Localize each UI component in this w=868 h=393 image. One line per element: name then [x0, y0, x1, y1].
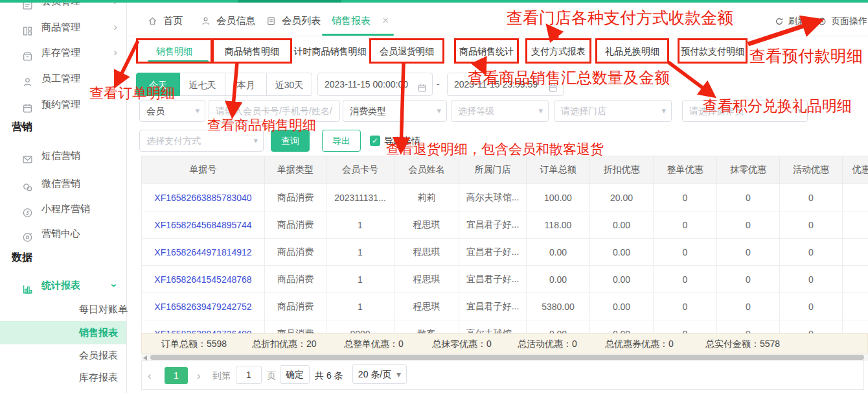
annotation-box-gift-exchange-detail [595, 38, 669, 64]
clock-icon [817, 14, 827, 31]
cell-activity-discount: 0 [780, 293, 843, 320]
cell-member-name: 程思琪 [394, 211, 459, 239]
horizontal-scrollbar-thumb[interactable] [150, 355, 864, 360]
cell-member-card: 0000 [326, 320, 394, 334]
chevron-down-icon: ▾ [396, 369, 401, 379]
quick-range-1[interactable]: 近七天 [180, 73, 225, 96]
cell-order-no[interactable]: XF16582639479242752 [142, 293, 265, 320]
sidebar-item-inventory-management[interactable]: 库存管理› [0, 41, 126, 64]
sidebar-item-sms-marketing[interactable]: 短信营销 [0, 144, 126, 167]
goods-icon [22, 22, 33, 33]
total-count-label: 共 6 条 [315, 366, 343, 385]
confirm-page-button[interactable]: 确定 [280, 365, 310, 384]
tabbar-divider [126, 36, 868, 36]
sidebar-item-label: 库存管理 [41, 41, 80, 64]
sidebar-item-label: 统计报表 [41, 274, 80, 297]
table-row: XF16582645684895744商品消费1程思琪宜昌君子好...118.0… [142, 211, 868, 239]
cell-rounding-discount: 0 [717, 320, 780, 334]
refresh-label: 刷新 [788, 16, 806, 26]
tab-label: 首页 [163, 15, 183, 26]
cell-order-no[interactable]: XF16582638042726400 [142, 320, 265, 334]
top-green-strip-dark [238, 0, 341, 3]
date-from-value: 2023-11-15 00:00:00 [325, 79, 408, 89]
cell-order-type: 商品消费 [265, 239, 326, 266]
store-placeholder: 请选择门店 [561, 106, 606, 116]
summary-item-3: 总抹零优惠：0 [432, 334, 492, 353]
top-green-strip [0, 0, 868, 3]
payment-placeholder: 选择支付方式 [146, 136, 201, 146]
prev-page-button[interactable]: ‹ [148, 367, 152, 385]
annotation-text-gift-exchange: 查看积分兑换礼品明细 [703, 97, 852, 114]
cell-whole-order-discount: 0 [654, 320, 717, 334]
export-detail-checkbox[interactable]: ✓ [370, 136, 380, 146]
page-size-select[interactable]: 20 条/页 ▾ [352, 364, 407, 384]
sidebar-item-goods-management[interactable]: 商品管理› [0, 16, 126, 39]
chevron-down-icon: › [102, 283, 126, 287]
page-ops-label: 页面操作 [831, 16, 867, 26]
subtab-timed-goods-sales-detail[interactable]: 计时商品销售明细 [293, 40, 367, 62]
cell-discount: 0.00 [590, 211, 654, 239]
cell-order-no[interactable]: XF16582663885783040 [142, 184, 265, 211]
cell-member-card: 1 [326, 211, 394, 239]
cell-discount: 0.00 [590, 293, 654, 320]
cell-order-no[interactable]: XF16582644971814912 [142, 239, 265, 266]
column-header-store: 所属门店 [459, 156, 527, 184]
chevron-down-icon: ▾ [538, 101, 543, 121]
close-icon[interactable]: × [382, 14, 389, 27]
cell-store: 高尔夫球馆... [459, 320, 527, 334]
cell-member-card: 1 [326, 293, 394, 320]
cell-order-type: 商品消费 [265, 184, 326, 211]
annotation-box-goods-sales-stats [454, 38, 519, 64]
tab-home[interactable]: 首页 [148, 12, 183, 30]
sidebar-item-label: 预约管理 [41, 93, 80, 116]
person-icon [201, 14, 211, 32]
level-select[interactable]: 选择等级 ▾ [451, 100, 549, 122]
tab-member-list[interactable]: 会员列表 [266, 12, 321, 30]
sidebar-item-label: 短信营销 [41, 144, 80, 167]
date-from-input[interactable]: 2023-11-15 00:00:00 [317, 73, 433, 96]
sidebar-item-miniprogram-marketing[interactable]: 小程序营销 [0, 197, 126, 220]
member-type-select[interactable]: 会员 ▾ [139, 100, 205, 122]
next-page-button[interactable]: › [197, 367, 201, 385]
table-row: XF16582639479242752商品消费1程思琪宜昌君子好...5380.… [142, 293, 868, 320]
current-page-button[interactable]: 1 [165, 367, 188, 384]
quick-range-2[interactable]: 本月 [225, 73, 267, 96]
sidebar-item-label: 每日对账单 [79, 298, 128, 321]
cell-coupon-discount [843, 211, 868, 239]
cell-store: 宜昌君子好... [459, 211, 527, 239]
store-select[interactable]: 请选择门店 ▾ [554, 100, 672, 122]
goto-page-suffix: 页 [267, 366, 276, 385]
sidebar-item-daily-reconciliation[interactable]: 每日对账单 [0, 298, 126, 321]
sidebar-item-marketing-center[interactable]: 营销中心 [0, 222, 126, 245]
sidebar-item-stats-report[interactable]: 统计报表› [0, 274, 126, 297]
sidebar-item-sales-report[interactable]: 销售报表 [0, 321, 126, 344]
scrollbar-left-arrow[interactable] [143, 355, 147, 361]
export-button[interactable]: 导出 [322, 130, 361, 152]
tab-sales-report[interactable]: 销售报表 × [332, 12, 389, 30]
cell-order-no[interactable]: XF16582641545248768 [142, 266, 265, 293]
cell-whole-order-discount: 0 [654, 266, 717, 293]
chevron-right-icon: › [113, 41, 117, 64]
cell-order-no[interactable]: XF16582645684895744 [142, 211, 265, 239]
sidebar-item-label: 营销中心 [41, 222, 80, 245]
miniprogram-icon [22, 204, 33, 215]
refresh-button[interactable]: 刷新 [775, 12, 806, 29]
person-icon [22, 73, 33, 84]
column-header-discount: 折扣优惠 [590, 156, 654, 184]
page-ops-button[interactable]: 页面操作 [817, 12, 867, 29]
tab-member-info[interactable]: 会员信息 [201, 12, 255, 30]
cell-store: 高尔夫球馆... [459, 184, 527, 211]
sidebar-item-inventory-report[interactable]: 库存报表 [0, 366, 126, 389]
goto-page-input[interactable]: 1 [236, 366, 262, 384]
sidebar-item-member-report[interactable]: 会员报表 [0, 344, 126, 367]
refresh-icon [775, 14, 784, 31]
table-row: XF16582644971814912商品消费1程思琪宜昌君子好...0.000… [142, 239, 868, 266]
cell-store: 宜昌君子好... [459, 239, 527, 266]
sidebar-item-wechat-marketing[interactable]: 微信营销 [0, 172, 126, 195]
date-range-separator: - [437, 73, 440, 96]
consume-type-select[interactable]: 消费类型 ▾ [343, 100, 447, 122]
cell-rounding-discount: 0 [717, 293, 780, 320]
cell-whole-order-discount: 0 [654, 184, 717, 211]
sidebar-item-label: 小程序营销 [41, 197, 90, 220]
quick-range-3[interactable]: 近30天 [267, 73, 312, 96]
